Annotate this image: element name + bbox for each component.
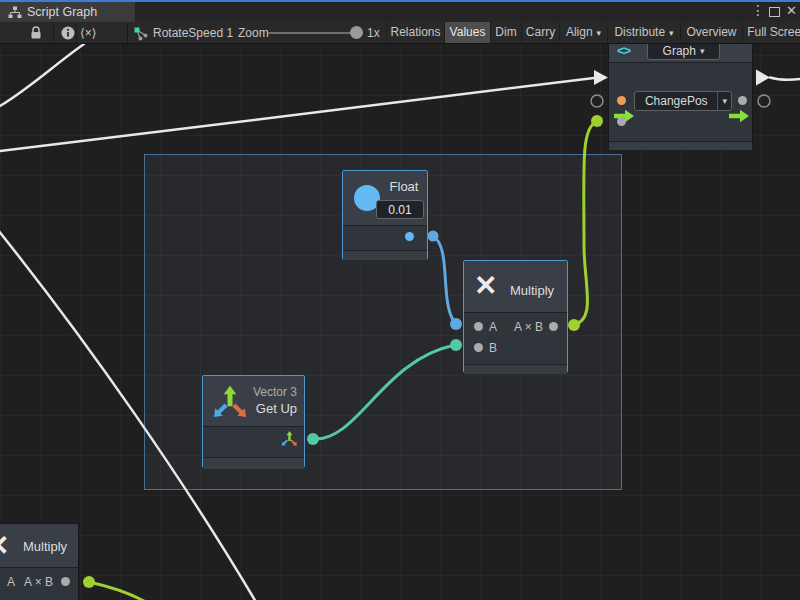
- window-focus-highlight: [0, 0, 800, 2]
- graph-right-port[interactable]: [738, 96, 747, 105]
- distribute-label: Distribute: [614, 25, 665, 39]
- zoom-slider-track[interactable]: [268, 32, 357, 34]
- multiply2-icon: ✕: [0, 532, 9, 560]
- event-select-dropdown[interactable]: ChangePos ▾: [634, 91, 732, 111]
- dim-label: Dim: [495, 25, 516, 39]
- multiply-input-b-label: B: [489, 341, 497, 355]
- carry-button[interactable]: Carry: [521, 22, 559, 43]
- float-output-port[interactable]: [405, 232, 414, 241]
- graph-event-port[interactable]: [617, 96, 626, 105]
- vector-footer: [203, 457, 304, 469]
- chevron-down-icon: ▾: [700, 46, 705, 56]
- hierarchy-icon: [8, 6, 22, 19]
- overview-button[interactable]: Overview: [680, 22, 742, 43]
- code-view-icon[interactable]: ⟨×⟩: [80, 26, 96, 40]
- multiply-output-label: A × B: [514, 320, 543, 334]
- zoom-label: Zoom: [238, 26, 269, 40]
- fullscreen-label: Full Screen: [747, 25, 800, 39]
- float-footer: [343, 250, 427, 260]
- relations-label: Relations: [390, 25, 440, 39]
- vector-output-port-icon[interactable]: [280, 430, 298, 448]
- window-close-icon[interactable]: ✕: [786, 3, 797, 18]
- divider: [76, 22, 77, 43]
- chevron-down-icon: ▾: [597, 28, 602, 38]
- multiply-input-b-port[interactable]: [474, 343, 483, 352]
- lock-icon[interactable]: [30, 26, 42, 40]
- toolbar: ⟨×⟩ RotateSpeed 1 Zoom 1x Relations Valu…: [0, 22, 800, 44]
- float-value-input[interactable]: [376, 200, 424, 219]
- node-graph-event[interactable]: <> Graph ▾ ChangePos ▾: [608, 38, 753, 148]
- float-title: Float: [383, 179, 425, 194]
- zoom-slider-handle[interactable]: [350, 26, 363, 39]
- vector3-icon: [209, 381, 249, 421]
- window-maximize-icon[interactable]: [769, 7, 780, 17]
- values-button[interactable]: Values: [444, 22, 490, 43]
- float-body: [343, 225, 427, 251]
- multiply2-input-a-label: A: [7, 575, 15, 589]
- dim-button[interactable]: Dim: [490, 22, 521, 43]
- node-multiply[interactable]: ✕ Multiply A A × B B: [463, 260, 568, 373]
- overview-label: Overview: [686, 25, 736, 39]
- zoom-value: 1x: [367, 26, 380, 40]
- multiply-title: Multiply: [510, 283, 554, 298]
- event-select-label: ChangePos: [635, 94, 717, 108]
- fullscreen-button[interactable]: Full Screen: [742, 22, 800, 43]
- multiply-output-port[interactable]: [549, 322, 558, 331]
- tab-script-graph[interactable]: Script Graph: [0, 2, 135, 22]
- vector-title: Get Up: [256, 401, 297, 416]
- multiply2-output-label: A × B: [24, 575, 53, 589]
- chevron-down-icon: ▾: [669, 28, 674, 38]
- carry-label: Carry: [526, 25, 555, 39]
- relations-button[interactable]: Relations: [386, 22, 444, 43]
- graph-flow-out-port-icon[interactable]: [728, 109, 750, 123]
- graph-bottom-port[interactable]: [617, 117, 626, 126]
- multiply-input-a-label: A: [489, 320, 497, 334]
- breadcrumb[interactable]: RotateSpeed 1: [153, 26, 233, 40]
- graph-dropdown-label: Graph: [663, 44, 696, 58]
- divider: [53, 22, 54, 43]
- align-label: Align: [566, 25, 593, 39]
- node-vector3-getup[interactable]: Vector 3 Get Up: [202, 375, 305, 468]
- info-icon[interactable]: [61, 26, 75, 40]
- graph-footer: [609, 141, 752, 150]
- window-menu-icon[interactable]: ⋮: [751, 2, 765, 18]
- multiply-input-a-port[interactable]: [474, 322, 483, 331]
- node-multiply-2[interactable]: ✕ Multiply A A × B: [0, 523, 79, 600]
- align-button[interactable]: Align▾: [559, 22, 607, 43]
- multiply2-title: Multiply: [23, 539, 67, 554]
- values-label: Values: [450, 25, 486, 39]
- vector-type-label: Vector 3: [253, 385, 297, 399]
- divider: [127, 22, 128, 43]
- multiply2-output-port[interactable]: [61, 577, 70, 586]
- chevron-down-icon: ▾: [717, 92, 731, 110]
- title-bar: Script Graph ⋮ ✕: [0, 0, 800, 22]
- multiply-icon: ✕: [474, 272, 497, 300]
- node-float[interactable]: Float: [342, 170, 428, 260]
- graph-breadcrumb-icon: [133, 26, 149, 42]
- tab-title: Script Graph: [27, 5, 97, 19]
- distribute-button[interactable]: Distribute▾: [607, 22, 680, 43]
- graph-brackets-icon: <>: [617, 43, 630, 58]
- multiply-footer: [464, 364, 567, 374]
